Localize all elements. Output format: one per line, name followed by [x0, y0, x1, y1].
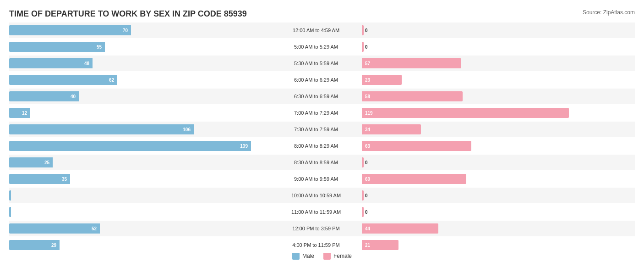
right-section: 0: [362, 207, 623, 217]
time-label: 6:30 AM to 6:59 AM: [270, 94, 362, 99]
male-value: 12: [21, 111, 28, 116]
legend-male: Male: [292, 252, 314, 260]
time-label: 5:30 AM to 5:59 AM: [270, 61, 362, 66]
right-section: 21: [362, 240, 623, 250]
male-bar: 139: [9, 141, 251, 151]
female-bar: 60: [362, 174, 466, 184]
right-section: 58: [362, 91, 623, 101]
female-bar: [362, 42, 364, 52]
male-value: 52: [90, 226, 98, 231]
male-bar: 62: [9, 75, 117, 85]
chart-row: 11:00 AM to 11:59 AM0: [9, 204, 635, 220]
male-bar: 35: [9, 174, 70, 184]
right-section: 60: [362, 174, 623, 184]
chart-row: 626:00 AM to 6:29 AM23: [9, 72, 635, 88]
time-label: 10:00 AM to 10:59 AM: [270, 193, 362, 198]
left-section: 48: [9, 58, 270, 68]
left-section: 40: [9, 91, 270, 101]
time-label: 11:00 AM to 11:59 AM: [270, 209, 362, 215]
female-value: 23: [364, 78, 371, 83]
male-bar: 70: [9, 25, 131, 35]
male-value: 106: [181, 127, 192, 132]
female-value: 57: [364, 61, 371, 66]
female-bar: 58: [362, 91, 463, 101]
time-label: 8:30 AM to 8:59 AM: [270, 160, 362, 165]
male-bar: [9, 207, 11, 217]
legend-female: Female: [323, 252, 352, 260]
chart-container: TIME OF DEPARTURE TO WORK BY SEX IN ZIP …: [0, 0, 644, 273]
female-bar: [362, 190, 364, 201]
left-section: 55: [9, 42, 270, 52]
female-value: 44: [364, 226, 371, 231]
time-label: 8:00 AM to 8:29 AM: [270, 143, 362, 149]
right-section: 44: [362, 223, 623, 234]
left-section: 35: [9, 174, 270, 184]
female-value: 34: [364, 127, 371, 132]
female-bar: 119: [362, 108, 569, 118]
male-bar: 48: [9, 58, 93, 68]
left-section: 62: [9, 75, 270, 85]
male-value: 139: [239, 144, 249, 149]
male-bar: 55: [9, 42, 105, 52]
right-section: 34: [362, 124, 623, 134]
left-section: 29: [9, 240, 270, 250]
time-label: 4:00 PM to 11:59 PM: [270, 242, 362, 248]
chart-row: 1398:00 AM to 8:29 AM63: [9, 138, 635, 154]
male-bar: [9, 190, 11, 201]
female-bar: 23: [362, 75, 402, 85]
right-section: 23: [362, 75, 623, 85]
female-bar: 34: [362, 124, 421, 134]
time-label: 9:00 AM to 9:59 AM: [270, 176, 362, 182]
chart-row: 406:30 AM to 6:59 AM58: [9, 89, 635, 104]
female-value: 60: [364, 177, 371, 182]
female-value-zero: 0: [365, 193, 368, 198]
male-bar: 40: [9, 91, 79, 101]
right-section: 0: [362, 25, 623, 35]
left-section: 139: [9, 141, 270, 151]
female-value-zero: 0: [365, 160, 368, 165]
chart-row: 555:00 AM to 5:29 AM0: [9, 39, 635, 55]
chart-row: 127:00 AM to 7:29 AM119: [9, 105, 635, 121]
female-value: 21: [364, 243, 371, 248]
legend: Male Female: [9, 252, 635, 260]
chart-row: 1067:30 AM to 7:59 AM34: [9, 122, 635, 137]
male-bar: 106: [9, 124, 194, 134]
source-text: Source: ZipAtlas.com: [583, 9, 635, 16]
legend-male-label: Male: [302, 253, 314, 259]
male-value: 35: [60, 177, 68, 182]
male-value: 62: [108, 78, 115, 83]
male-bar: 52: [9, 223, 100, 234]
male-value: 29: [50, 243, 58, 248]
chart-row: 485:30 AM to 5:59 AM57: [9, 56, 635, 71]
chart-title: TIME OF DEPARTURE TO WORK BY SEX IN ZIP …: [9, 9, 635, 19]
female-value-zero: 0: [365, 28, 368, 33]
male-bar: 12: [9, 108, 30, 118]
chart-row: 258:30 AM to 8:59 AM0: [9, 155, 635, 170]
female-value-zero: 0: [365, 45, 368, 50]
time-label: 6:00 AM to 6:29 AM: [270, 77, 362, 83]
right-section: 63: [362, 141, 623, 151]
time-label: 5:00 AM to 5:29 AM: [270, 44, 362, 50]
left-section: 12: [9, 108, 270, 118]
right-section: 0: [362, 190, 623, 201]
left-section: 70: [9, 25, 270, 35]
legend-male-box: [292, 252, 300, 260]
left-section: [9, 207, 270, 217]
left-section: 52: [9, 223, 270, 234]
chart-row: 359:00 AM to 9:59 AM60: [9, 171, 635, 187]
male-bar: 25: [9, 157, 53, 167]
female-bar: 57: [362, 58, 461, 68]
male-bar: 29: [9, 240, 60, 250]
chart-row: 5212:00 PM to 3:59 PM44: [9, 221, 635, 236]
female-value: 63: [364, 144, 371, 149]
female-bar: [362, 25, 364, 35]
time-label: 7:00 AM to 7:29 AM: [270, 110, 362, 116]
time-label: 12:00 PM to 3:59 PM: [270, 226, 362, 231]
time-label: 7:30 AM to 7:59 AM: [270, 127, 362, 132]
legend-female-label: Female: [333, 253, 352, 259]
female-value: 58: [364, 94, 371, 99]
female-value-zero: 0: [365, 210, 368, 215]
female-bar: 63: [362, 141, 471, 151]
chart-row: 7012:00 AM to 4:59 AM0: [9, 22, 635, 38]
left-section: [9, 190, 270, 201]
